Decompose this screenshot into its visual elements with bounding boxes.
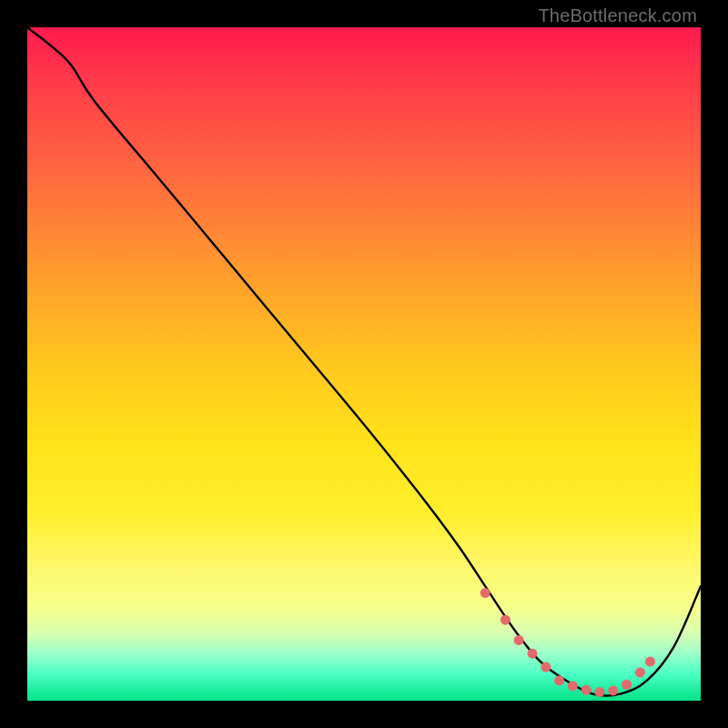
valley-dot bbox=[622, 680, 632, 690]
valley-dot bbox=[581, 685, 592, 695]
valley-dot bbox=[528, 649, 538, 659]
valley-dot bbox=[541, 662, 551, 672]
valley-dot bbox=[595, 687, 605, 697]
valley-dot bbox=[568, 681, 578, 691]
watermark-text: TheBottleneck.com bbox=[538, 5, 697, 26]
valley-dot bbox=[608, 685, 618, 695]
valley-dot bbox=[635, 667, 645, 677]
valley-dot bbox=[514, 635, 524, 645]
valley-dot bbox=[500, 615, 511, 625]
chart-frame bbox=[27, 27, 701, 701]
chart-svg bbox=[27, 27, 701, 701]
bottleneck-curve bbox=[27, 27, 701, 696]
valley-dot bbox=[480, 588, 490, 598]
valley-dot bbox=[645, 657, 655, 667]
valley-dot bbox=[554, 675, 564, 685]
